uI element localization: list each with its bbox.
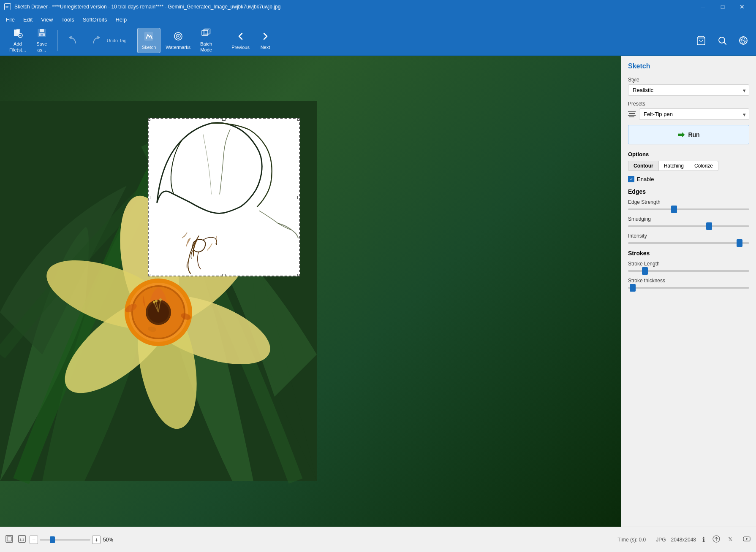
toolbar-group-nav: Previous Next: [226, 28, 277, 53]
stroke-length-thumb[interactable]: [642, 267, 648, 275]
intensity-track: [628, 242, 749, 244]
style-label: Style: [628, 77, 749, 83]
svg-marker-50: [746, 538, 748, 540]
title-bar: ✏ Sketch Drawer - ****Unregistered versi…: [0, 0, 756, 14]
zoom-in-button[interactable]: +: [92, 536, 101, 544]
zoom-fit-icon[interactable]: [4, 534, 14, 546]
zoom-slider-thumb[interactable]: [50, 536, 55, 543]
minimize-button[interactable]: ─: [693, 0, 713, 14]
tab-contour[interactable]: Contour: [628, 161, 659, 171]
undo-label: Undo Tag: [107, 38, 127, 43]
stroke-thickness-thumb[interactable]: [630, 284, 636, 292]
menu-softorbits[interactable]: SoftOrbits: [79, 15, 111, 24]
zoom-slider-track: [40, 539, 90, 541]
sketch-icon: [144, 31, 154, 43]
toolbar-group-sketch: Sketch Watermarks Batch Mode: [136, 28, 219, 53]
add-files-icon: +: [13, 28, 23, 40]
intensity-slider-wrapper: Intensity: [628, 233, 749, 244]
save-as-icon: [37, 28, 47, 40]
globe-icon[interactable]: [734, 28, 753, 53]
stroke-length-label: Stroke Length: [628, 261, 749, 267]
svg-rect-44: [7, 537, 11, 541]
svg-rect-7: [40, 29, 44, 32]
svg-text:+: +: [19, 33, 21, 38]
previous-label: Previous: [231, 45, 250, 50]
menu-help[interactable]: Help: [111, 15, 131, 24]
tab-hatching[interactable]: Hatching: [659, 161, 689, 171]
presets-dropdown-wrapper: Felt-Tip pen Pencil Charcoal Ballpoint p…: [639, 108, 749, 120]
twitter-icon[interactable]: 𝕏: [726, 534, 737, 546]
undo-button[interactable]: [63, 28, 84, 53]
options-tab-group: Contour Hatching Colorize: [628, 161, 749, 171]
redo-icon: [90, 35, 101, 46]
title-bar-controls: ─ □ ✕: [693, 0, 752, 14]
zoom-actual-icon[interactable]: 1:1: [17, 534, 27, 546]
toolbar-sep-1: [57, 30, 58, 51]
menu-edit[interactable]: Edit: [19, 15, 37, 24]
search-icon[interactable]: [713, 28, 732, 53]
batch-mode-button[interactable]: Batch Mode: [196, 28, 217, 53]
edge-strength-slider-wrapper: Edge Strength: [628, 199, 749, 210]
close-button[interactable]: ✕: [732, 0, 752, 14]
sketch-button[interactable]: Sketch: [137, 28, 161, 53]
next-label: Next: [261, 45, 270, 50]
svg-point-37: [159, 298, 162, 301]
smudging-slider-wrapper: Smudging: [628, 216, 749, 227]
strokes-section-title: Strokes: [628, 250, 749, 257]
add-files-button[interactable]: + Add File(s)...: [5, 28, 30, 53]
smudging-thumb[interactable]: [706, 222, 712, 230]
maximize-button[interactable]: □: [713, 0, 732, 14]
svg-point-38: [153, 301, 155, 303]
format-label: JPG: [656, 537, 666, 543]
edge-strength-thumb[interactable]: [671, 206, 677, 213]
presets-label: Presets: [628, 101, 749, 107]
youtube-icon[interactable]: [742, 534, 752, 546]
svg-text:✏: ✏: [5, 5, 9, 9]
presets-icon: [628, 111, 636, 117]
panel-title: Sketch: [628, 62, 749, 70]
enable-checkbox[interactable]: ✓: [628, 176, 634, 182]
svg-point-36: [155, 300, 158, 302]
presets-dropdown[interactable]: Felt-Tip pen Pencil Charcoal Ballpoint p…: [639, 108, 749, 120]
next-button[interactable]: Next: [255, 28, 276, 53]
redo-button[interactable]: [85, 28, 106, 53]
svg-rect-9: [41, 34, 43, 36]
zoom-out-button[interactable]: −: [30, 536, 38, 544]
watermarks-icon: [173, 31, 183, 43]
intensity-label: Intensity: [628, 233, 749, 239]
canvas-area: [0, 56, 621, 527]
cart-icon[interactable]: [692, 28, 710, 53]
previous-button[interactable]: Previous: [227, 28, 254, 53]
stroke-thickness-slider-wrapper: Stroke thickness: [628, 278, 749, 289]
sketch-overlay: [148, 118, 300, 276]
previous-icon: [236, 31, 246, 43]
right-panel: Sketch Style Realistic Classic Abstract …: [621, 56, 756, 527]
run-arrow-icon: ➡: [677, 130, 685, 140]
menu-tools[interactable]: Tools: [57, 15, 78, 24]
batch-mode-label: Batch Mode: [200, 41, 212, 52]
stroke-length-slider-wrapper: Stroke Length: [628, 261, 749, 272]
share-up-icon[interactable]: [711, 534, 721, 546]
toolbar-group-undo: Undo Tag: [61, 28, 128, 53]
run-button[interactable]: ➡ Run: [628, 125, 749, 144]
svg-text:𝕏: 𝕏: [728, 536, 732, 542]
info-icon[interactable]: ℹ: [701, 534, 706, 545]
toolbar-group-files: + Add File(s)... Save as...: [3, 28, 54, 53]
svg-rect-3: [16, 29, 20, 33]
style-dropdown[interactable]: Realistic Classic Abstract Pencil: [628, 84, 749, 96]
tab-colorize[interactable]: Colorize: [689, 161, 718, 171]
menu-view[interactable]: View: [37, 15, 57, 24]
svg-rect-42: [149, 119, 299, 276]
undo-icon: [68, 35, 79, 46]
menu-file[interactable]: File: [2, 15, 19, 24]
run-label: Run: [688, 131, 699, 138]
edge-strength-track: [628, 208, 749, 210]
intensity-thumb[interactable]: [737, 239, 742, 247]
window-title: Sketch Drawer - ****Unregistered version…: [14, 4, 280, 10]
style-dropdown-wrapper: Realistic Classic Abstract Pencil ▾: [628, 84, 749, 96]
zoom-percent: 50%: [103, 537, 118, 543]
watermarks-button[interactable]: Watermarks: [161, 28, 195, 53]
title-bar-left: ✏ Sketch Drawer - ****Unregistered versi…: [4, 3, 280, 10]
watermarks-label: Watermarks: [166, 45, 190, 50]
save-as-button[interactable]: Save as...: [31, 28, 52, 53]
